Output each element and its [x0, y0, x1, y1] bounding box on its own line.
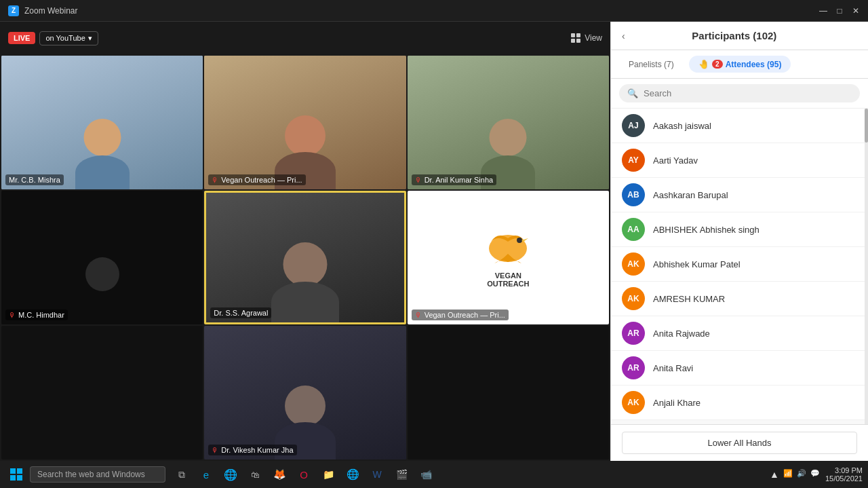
video-grid: Mr. C.B. Mishra 🎙 Vegan Outreach — Pri..…	[0, 54, 610, 461]
edge-icon[interactable]: e	[195, 464, 217, 485]
participant-name: AMRESH KUMAR	[653, 294, 857, 304]
participant-name: Anita Ravi	[653, 363, 857, 373]
panel-tabs: Panelists (7) 🤚 2 Attendees (95)	[611, 50, 868, 79]
attendees-badge: 2	[712, 60, 723, 69]
video-cell-vegan1[interactable]: 🎙 Vegan Outreach — Pri...	[204, 56, 406, 189]
panelists-tab[interactable]: Panelists (7)	[619, 56, 684, 73]
youtube-label: on YouTube	[45, 34, 85, 42]
participant-avatar: AR	[622, 322, 645, 345]
close-button[interactable]: ✕	[852, 7, 860, 15]
participant-avatar: AK	[622, 391, 645, 414]
panel-header: ‹ Participants (102)	[611, 22, 868, 50]
taskbar-apps: ⧉ e 🌐 🛍 🦊 O 📁 🌐 W 🎬 📹	[171, 464, 437, 485]
mute-icon-anil: 🎙	[415, 176, 422, 184]
window-controls[interactable]: — □ ✕	[819, 7, 860, 15]
video-cell-vikesh[interactable]: 🎙 Dr. Vikesh Kumar Jha	[204, 326, 406, 459]
opera-icon[interactable]: O	[293, 464, 315, 485]
search-input[interactable]	[644, 88, 852, 98]
scroll-thumb[interactable]	[865, 109, 868, 143]
view-button[interactable]: View	[571, 33, 602, 43]
system-clock[interactable]: 3:09 PM 15/05/2021	[825, 466, 863, 483]
windows-start-button[interactable]	[5, 464, 27, 485]
anil-name: Dr. Anil Kumar Sinha	[425, 176, 494, 184]
network-icon[interactable]: 📶	[783, 469, 793, 480]
list-item[interactable]: AK Abhishek Kumar Patel	[611, 247, 868, 282]
attendees-tab[interactable]: 🤚 2 Attendees (95)	[689, 56, 791, 73]
video-cell-anil[interactable]: 🎙 Dr. Anil Kumar Sinha	[408, 56, 609, 189]
youtube-dropdown[interactable]: on YouTube ▾	[39, 31, 98, 45]
video-topbar: LIVE on YouTube ▾ View	[0, 22, 610, 54]
video-area: LIVE on YouTube ▾ View	[0, 22, 610, 461]
store-icon[interactable]: 🛍	[244, 464, 266, 485]
list-item[interactable]: AK AMRESH KUMAR	[611, 282, 868, 316]
mishra-name: Mr. C.B. Mishra	[9, 176, 60, 184]
task-view-button[interactable]: ⧉	[171, 464, 193, 485]
zoom-app-icon: Z	[8, 5, 19, 16]
firefox-icon[interactable]: 🦊	[269, 464, 290, 485]
title-bar-left: Z Zoom Webinar	[8, 5, 77, 16]
vikesh-name-tag: 🎙 Dr. Vikesh Kumar Jha	[208, 445, 296, 455]
live-button[interactable]: LIVE	[8, 32, 35, 44]
vegan-outreach-logo: VEGAN OUTREACH	[484, 228, 532, 288]
list-item[interactable]: AK Anjali Khare	[611, 386, 868, 420]
vegan-bird-svg	[484, 228, 532, 269]
participant-avatar: AK	[622, 287, 645, 310]
maximize-button[interactable]: □	[835, 7, 844, 15]
search-box: 🔍	[611, 79, 868, 109]
notification-icon[interactable]: 💬	[810, 469, 820, 480]
title-bar: Z Zoom Webinar — □ ✕	[0, 0, 868, 22]
participant-list-scroll: AJ Aakash jaiswal AY Aarti Yadav AB Aash…	[611, 109, 868, 424]
taskbar-search-placeholder: Search the web and Windows	[37, 470, 145, 479]
taskbar-search[interactable]: Search the web and Windows	[30, 466, 165, 483]
volume-icon[interactable]: 🔊	[797, 469, 806, 480]
video-cell-mishra[interactable]: Mr. C.B. Mishra	[1, 56, 203, 189]
participant-avatar: AB	[622, 183, 645, 206]
mute-icon-vegan1: 🎙	[212, 176, 218, 184]
window-title: Zoom Webinar	[24, 6, 77, 16]
film-icon[interactable]: 🎬	[391, 464, 412, 485]
participant-name: Anita Rajwade	[653, 329, 857, 339]
video-cell-himdhar[interactable]: 🎙 M.C. Himdhar	[1, 191, 203, 324]
list-item[interactable]: AR Anita Rajwade	[611, 316, 868, 351]
vegan1-name: Vegan Outreach — Pri...	[221, 176, 302, 184]
vegan-logo-container: VEGAN OUTREACH	[408, 191, 609, 324]
participant-avatar: AR	[622, 356, 645, 379]
ie-icon[interactable]: 🌐	[220, 464, 241, 485]
live-badge: LIVE on YouTube ▾	[8, 31, 98, 45]
video-cell-agrawal[interactable]: Dr. S.S. Agrawal	[204, 191, 406, 324]
participants-panel-title: Participants (102)	[625, 30, 844, 41]
participants-panel: ‹ Participants (102) Panelists (7) 🤚 2 A…	[610, 22, 868, 461]
participant-avatar: AY	[622, 149, 645, 172]
grid-view-icon	[571, 33, 580, 43]
file-explorer-icon[interactable]: 📁	[317, 464, 339, 485]
participant-avatar: AK	[622, 252, 645, 276]
himdhar-name: M.C. Himdhar	[18, 311, 64, 319]
word-icon[interactable]: W	[366, 464, 388, 485]
vegan-word2: OUTREACH	[487, 280, 529, 288]
svg-point-1	[517, 238, 522, 243]
chrome-icon[interactable]: 🌐	[342, 464, 363, 485]
list-item[interactable]: AR Anita Ravi	[611, 351, 868, 386]
zoom-taskbar-icon[interactable]: 📹	[415, 464, 437, 485]
anil-name-tag: 🎙 Dr. Anil Kumar Sinha	[412, 174, 497, 185]
mishra-name-tag: Mr. C.B. Mishra	[5, 174, 64, 185]
participant-avatar: AA	[622, 218, 645, 241]
list-item[interactable]: AJ Aakash jaiswal	[611, 109, 868, 143]
minimize-button[interactable]: —	[819, 7, 827, 15]
svg-rect-9	[17, 468, 22, 474]
participant-name: Anjali Khare	[653, 398, 857, 408]
tray-up-icon[interactable]: ▲	[770, 469, 779, 480]
attendees-tab-label: Attendees (95)	[726, 60, 782, 69]
participant-name: Aarti Yadav	[653, 155, 857, 166]
list-item[interactable]: AA ABHISHEK Abhishek singh	[611, 212, 868, 247]
agrawal-name-tag: Dr. S.S. Agrawal	[210, 307, 271, 318]
mute-icon-vegan2: 🎙	[415, 312, 422, 319]
list-item[interactable]: AB Aashkaran Barupal	[611, 178, 868, 212]
mute-icon-vikesh: 🎙	[212, 447, 218, 454]
lower-all-hands-button[interactable]: Lower All Hands	[622, 432, 857, 454]
himdhar-name-tag: 🎙 M.C. Himdhar	[5, 309, 68, 320]
list-item[interactable]: AY Aarti Yadav	[611, 143, 868, 178]
video-cell-vegan2[interactable]: VEGAN OUTREACH 🎙 Vegan Outreach — Pri...	[408, 191, 609, 324]
participants-list: AJ Aakash jaiswal AY Aarti Yadav AB Aash…	[611, 109, 868, 420]
dropdown-arrow-icon: ▾	[88, 34, 92, 43]
